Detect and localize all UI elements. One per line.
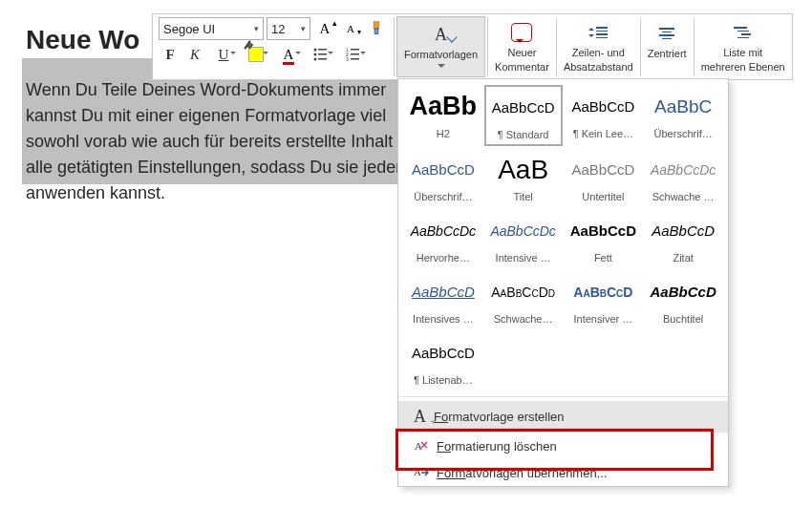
style-preview: AaBbCcD <box>645 271 721 312</box>
style-item[interactable]: AaBbCcDIntensives … <box>404 270 482 329</box>
style-label: Hervorhe… <box>417 252 470 264</box>
style-label: Fett <box>594 252 612 264</box>
style-preview: AaBbCcD <box>566 86 642 127</box>
style-item[interactable]: AaBbCcDcSchwache … <box>644 148 722 207</box>
label: mehreren Ebenen <box>701 61 785 74</box>
label: rmatvorlage erstellen <box>448 410 564 424</box>
font-family-value: Segoe UI <box>160 22 249 36</box>
label: rmatierung löschen <box>451 439 557 454</box>
shrink-font-button[interactable]: A▾ <box>339 17 362 40</box>
multilevel-icon <box>734 27 753 38</box>
heading[interactable]: Neue Wo <box>26 25 139 55</box>
style-item[interactable]: AaBTitel <box>484 148 563 207</box>
style-item[interactable]: AaBbH2 <box>404 85 482 144</box>
svg-point-2 <box>314 49 317 52</box>
style-preview: AaBbCcD <box>566 149 642 190</box>
format-painter-button[interactable] <box>365 17 388 40</box>
label: Zentriert <box>648 48 687 60</box>
label: atvorlagen übernehmen... <box>465 466 607 480</box>
chevron-down-icon <box>438 64 445 72</box>
bullets-button[interactable] <box>306 43 336 66</box>
style-label: ¶ Listenab… <box>414 374 473 386</box>
font-color-button[interactable]: A <box>273 43 304 66</box>
style-item[interactable]: AaBbCcDcIntensive … <box>484 209 563 268</box>
style-label: Titel <box>513 191 532 202</box>
style-label: Zitat <box>673 252 693 264</box>
styles-label: Formatvorlagen <box>404 49 478 61</box>
bold-button[interactable]: F <box>159 43 182 66</box>
text: anwenden kannst. <box>26 183 165 202</box>
create-style-menu[interactable]: A Formatvorlage erstellen <box>398 401 728 433</box>
text: alle getätigten Einstellungen, sodass Du… <box>26 158 401 177</box>
style-preview: AaBbCcD <box>405 271 481 312</box>
font-family-combo[interactable]: Segoe UI ▾ <box>159 17 264 40</box>
comment-icon <box>511 23 532 42</box>
chevron-down-icon[interactable]: ▾ <box>249 24 263 33</box>
multilevel-list-button[interactable]: Liste mit mehreren Ebenen <box>694 14 792 79</box>
style-item[interactable]: AaBbCcDZitat <box>644 209 722 268</box>
style-label: ¶ Kein Lee… <box>573 128 633 139</box>
svg-text:A: A <box>415 440 422 452</box>
style-item[interactable]: AaBbCcDFett <box>565 209 643 268</box>
label: Zeilen- und <box>572 47 625 59</box>
style-label: Überschrif… <box>654 128 713 139</box>
spacing-icon <box>588 25 608 40</box>
underline-button[interactable]: U <box>208 43 239 66</box>
svg-rect-5 <box>318 53 327 55</box>
style-label: ¶ Standard <box>498 129 549 140</box>
chevron-down-icon[interactable]: ▾ <box>296 24 310 33</box>
style-item[interactable]: AaBbCcD¶ Kein Lee… <box>565 85 643 144</box>
style-label: H2 <box>437 128 450 139</box>
style-label: Intensives … <box>413 313 474 325</box>
style-label: Untertitel <box>582 191 624 202</box>
style-preview: AaBbCcD <box>405 149 481 190</box>
text: sowohl vorab wie auch für bereits erstel… <box>26 132 393 151</box>
mini-toolbar: Segoe UI ▾ 12 ▾ A▴ A▾ F K U <box>152 13 793 80</box>
label: Liste mit <box>723 47 762 59</box>
style-item[interactable]: AaBbCcDIntensiver … <box>565 270 643 329</box>
style-preview: AaBbCcD <box>645 210 721 251</box>
clear-formatting-icon: A <box>414 438 429 454</box>
clear-formatting-menu[interactable]: A Formatierung löschen <box>398 433 728 459</box>
style-label: Intensiver … <box>574 313 633 325</box>
style-item[interactable]: AaBbCcD¶ Standard <box>484 85 563 146</box>
style-item[interactable]: AaBbCcDBuchtitel <box>644 270 722 329</box>
svg-rect-3 <box>318 49 327 51</box>
svg-text:3: 3 <box>346 56 349 61</box>
create-style-icon: A <box>414 407 426 427</box>
align-center-icon <box>659 28 674 39</box>
grow-font-button[interactable]: A▴ <box>313 17 336 40</box>
text: Wenn Du Teile Deines Word-Dokuments imme… <box>26 80 386 99</box>
italic-button[interactable]: K <box>183 43 206 66</box>
style-item[interactable]: AaBbCÜberschrif… <box>644 85 722 144</box>
mnemonic: Fo <box>437 439 451 454</box>
style-item[interactable]: AaBbCcDÜberschrif… <box>404 148 482 207</box>
styles-button[interactable]: A Formatvorlagen <box>396 16 485 77</box>
numbering-button[interactable]: 1 2 3 <box>338 43 369 66</box>
center-align-button[interactable]: Zentriert <box>641 14 694 79</box>
apply-styles-menu[interactable]: A Formatvorlagen übernehmen... <box>398 459 728 486</box>
style-label: Überschrif… <box>414 191 472 202</box>
mnemonic: Fo <box>434 410 448 424</box>
text: kannst Du mit einer eigenen Formatvorlag… <box>26 106 386 125</box>
style-item[interactable]: AaBbCcDdSchwache… <box>484 270 563 329</box>
line-spacing-button[interactable]: Zeilen- und Absatzabstand <box>557 14 640 79</box>
svg-rect-7 <box>318 58 327 60</box>
svg-point-6 <box>314 58 317 61</box>
svg-text:A: A <box>414 466 421 477</box>
new-comment-button[interactable]: Neuer Kommentar <box>488 14 556 79</box>
highlight-button[interactable] <box>241 43 271 66</box>
style-preview: AaBbCcD <box>566 210 642 251</box>
style-preview: AaBbC <box>645 86 721 127</box>
styles-gallery: AaBbH2AaBbCcD¶ StandardAaBbCcD¶ Kein Lee… <box>397 78 729 487</box>
mnemonic: Form <box>437 466 465 480</box>
style-item[interactable]: AaBbCcDcHervorhe… <box>404 209 482 268</box>
svg-rect-13 <box>351 58 359 60</box>
label: Absatzabstand <box>564 61 633 74</box>
style-preview: AaBbCcDc <box>645 149 721 190</box>
style-item[interactable]: AaBbCcD¶ Listenab… <box>404 331 482 391</box>
font-size-combo[interactable]: 12 ▾ <box>267 17 310 40</box>
svg-rect-11 <box>351 53 359 55</box>
style-preview: AaBbCcD <box>486 87 561 128</box>
style-item[interactable]: AaBbCcDUntertitel <box>565 148 643 207</box>
